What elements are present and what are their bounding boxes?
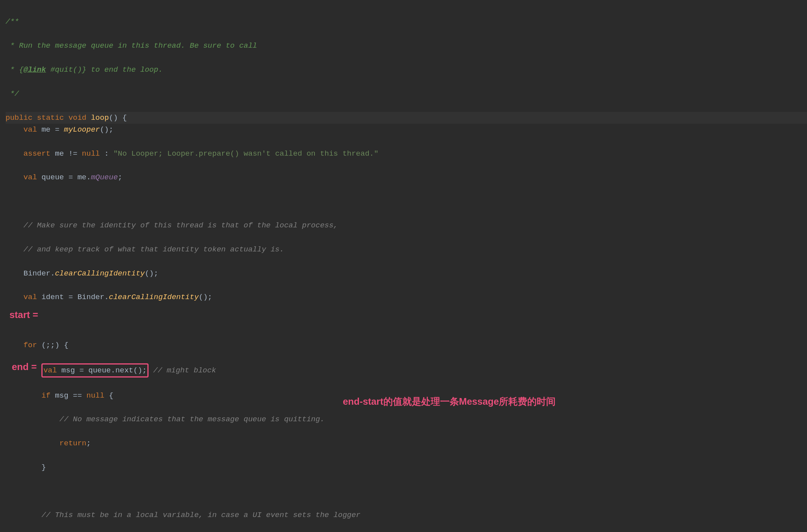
blank-line — [6, 485, 807, 497]
code-line: return; — [6, 437, 807, 449]
code-line: * Run the message queue in this thread. … — [6, 40, 807, 52]
code-line: val queue = me.mQueue; — [6, 171, 807, 183]
code-line: // and keep track of what that identity … — [6, 244, 807, 255]
code-line: // No message indicates that the message… — [6, 413, 807, 425]
code-line: * {@link #quit()} to end the loop. — [6, 64, 807, 76]
code-line: */ — [6, 88, 807, 100]
code-line: val me = myLooper(); — [6, 124, 807, 136]
code-line: val ident = Binder.clearCallingIdentity(… — [6, 291, 807, 303]
blank-line — [6, 195, 807, 207]
highlight-box-queue-next: val msg = queue.next(); — [41, 363, 149, 378]
code-line: // This must be in a local variable, in … — [6, 509, 807, 521]
code-line: val msg = queue.next(); // might block — [6, 363, 807, 378]
blank-line — [6, 315, 807, 327]
code-line: assert me != null : "No Looper; Looper.p… — [6, 148, 807, 160]
code-line: } — [6, 461, 807, 473]
annotation-start: start = — [9, 307, 38, 322]
code-line: for (;;) { — [6, 339, 807, 351]
annotation-explain: end-start的值就是处理一条Message所耗费的时间 — [343, 394, 556, 409]
code-line: Binder.clearCallingIdentity(); — [6, 268, 807, 279]
annotation-end: end = — [12, 359, 37, 374]
code-line: // Make sure the identity of this thread… — [6, 219, 807, 231]
code-line: /** — [6, 16, 807, 28]
code-line: public static void loop() { — [6, 112, 807, 124]
code-editor: /** * Run the message queue in this thre… — [0, 0, 807, 532]
